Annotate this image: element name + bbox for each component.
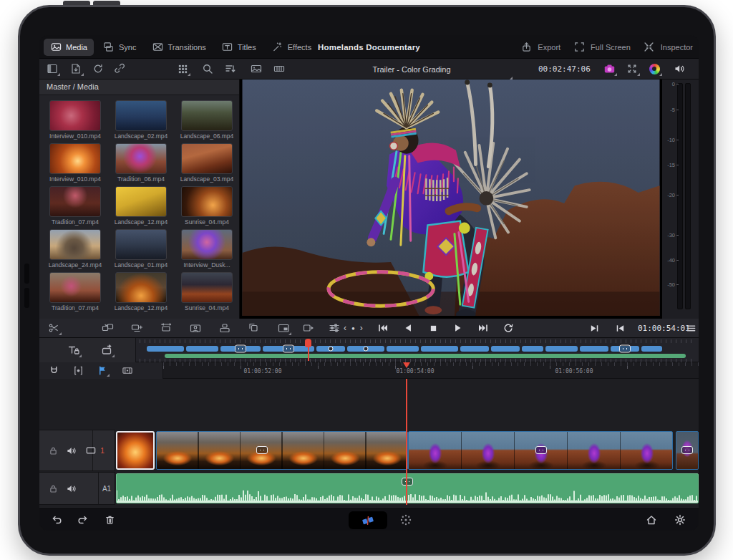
stop-button[interactable] <box>426 321 440 335</box>
camera-cut-icon[interactable] <box>602 62 616 76</box>
media-clip-thumbnail[interactable] <box>115 229 167 260</box>
tab-effects[interactable]: Effects <box>266 39 318 56</box>
ripple-overwrite-icon[interactable] <box>159 321 173 335</box>
media-clip-thumbnail[interactable] <box>181 272 233 303</box>
redo-button[interactable] <box>76 513 90 527</box>
tools-icon[interactable] <box>327 321 341 335</box>
overview-clip-segment[interactable] <box>641 346 662 352</box>
color-wheel-icon[interactable] <box>647 62 661 76</box>
overview-clip-segment[interactable] <box>316 346 345 352</box>
viewer[interactable] <box>240 79 662 319</box>
marker-tool-icon[interactable] <box>72 365 84 377</box>
loop-button[interactable] <box>501 321 515 335</box>
overview-clip-segment[interactable] <box>147 346 184 352</box>
go-to-start-button[interactable] <box>376 321 390 335</box>
video-track-header[interactable]: 1 <box>39 430 115 471</box>
media-clip-thumbnail[interactable] <box>181 143 233 174</box>
overview-clip-segment[interactable] <box>611 346 639 352</box>
overview-clip-segment[interactable] <box>347 346 384 352</box>
overview-playhead[interactable] <box>305 339 311 347</box>
track-audio-icon[interactable] <box>65 443 78 458</box>
place-on-top-icon[interactable] <box>218 321 232 335</box>
media-clip[interactable]: Tradition_06.mp4 <box>111 143 171 183</box>
timeline-selector[interactable]: Trailer - Color Grading <box>311 59 512 79</box>
clip-color-tool-icon[interactable] <box>121 365 133 377</box>
inspector-button[interactable]: Inspector <box>642 40 693 54</box>
overview-clip-segment[interactable] <box>460 346 489 352</box>
tab-transitions[interactable]: Transitions <box>145 39 212 56</box>
overview-clip-segment[interactable] <box>522 346 543 352</box>
media-clip[interactable]: Interview_010.mp4 <box>45 100 105 140</box>
play-button[interactable] <box>451 321 465 335</box>
append-clip-icon[interactable] <box>130 321 144 335</box>
track-monitor-icon[interactable] <box>84 443 97 458</box>
playhead-marker[interactable] <box>403 362 410 368</box>
media-clip-thumbnail[interactable] <box>115 100 167 131</box>
color-page-tab[interactable] <box>399 513 413 527</box>
media-clip-thumbnail[interactable] <box>115 186 167 217</box>
next-edit-button[interactable] <box>587 321 601 335</box>
full-screen-button[interactable]: Full Screen <box>572 40 631 54</box>
audio-monitor-icon[interactable] <box>672 62 686 76</box>
play-around-icon[interactable] <box>301 321 316 335</box>
media-pool-breadcrumb[interactable]: Master / Media <box>39 79 239 95</box>
filmstrip-view-icon[interactable] <box>272 62 286 76</box>
grid-view-button[interactable] <box>175 62 190 76</box>
media-clip-thumbnail[interactable] <box>115 143 167 174</box>
media-clip[interactable]: Tradition_07.mp4 <box>45 186 105 226</box>
media-clip-thumbnail[interactable] <box>49 229 101 260</box>
media-clip-thumbnail[interactable] <box>181 100 233 131</box>
go-to-end-button[interactable] <box>476 321 490 335</box>
split-clip-icon[interactable] <box>47 321 61 335</box>
overview-clip-segment[interactable] <box>545 346 578 352</box>
jog-left-icon[interactable]: ‹ <box>344 323 346 333</box>
media-clip-thumbnail[interactable] <box>49 100 101 131</box>
overview-clip-segment[interactable] <box>186 346 218 352</box>
media-clip[interactable]: Landscape_06.mp4 <box>177 100 237 140</box>
media-clip-thumbnail[interactable] <box>181 186 233 217</box>
timeline-clip-sunset[interactable] <box>156 431 408 470</box>
overview-clip-segment[interactable] <box>491 346 520 352</box>
import-media-button[interactable] <box>69 62 83 76</box>
bin-panel-button[interactable] <box>45 62 59 76</box>
overview-clip-segment[interactable] <box>580 346 608 352</box>
jog-dot-icon[interactable]: ● <box>351 325 355 332</box>
media-clip-thumbnail[interactable] <box>49 143 101 174</box>
previous-edit-button[interactable] <box>613 321 627 335</box>
jog-control[interactable]: ‹●› <box>344 321 363 335</box>
resync-button[interactable] <box>91 62 105 76</box>
track-lock-icon[interactable] <box>47 481 59 496</box>
home-button[interactable] <box>644 513 659 527</box>
snapping-magnet-icon[interactable] <box>48 365 60 377</box>
media-clip[interactable]: Tradition_07.mp4 <box>45 272 105 312</box>
retime-tool-icon[interactable] <box>99 343 114 357</box>
thumbnail-view-icon[interactable] <box>249 62 263 76</box>
timeline-overview-video[interactable] <box>147 346 662 352</box>
media-clip[interactable]: Interview_Dusk... <box>177 229 237 269</box>
close-up-icon[interactable] <box>188 321 203 335</box>
timeline-overview-audio[interactable] <box>165 354 686 358</box>
export-button[interactable]: Export <box>519 40 560 54</box>
jog-right-icon[interactable]: › <box>360 323 363 333</box>
timeline-playhead[interactable] <box>406 379 407 505</box>
media-clip[interactable]: Landscape_02.mp4 <box>111 100 171 140</box>
transform-icon[interactable] <box>625 62 639 76</box>
undo-button[interactable] <box>49 513 64 527</box>
tab-sync[interactable]: Sync <box>97 39 142 56</box>
flag-tool-icon[interactable] <box>97 365 109 377</box>
sort-button[interactable] <box>223 62 238 76</box>
media-clip[interactable]: Landscape_24.mp4 <box>45 229 105 269</box>
media-clip[interactable]: Landscape_01.mp4 <box>111 229 171 269</box>
tab-media[interactable]: Media <box>44 39 94 56</box>
media-clip[interactable]: Sunrise_04.mp4 <box>177 272 237 312</box>
audio-track-header[interactable]: A1 <box>39 472 115 505</box>
timeline-clip-selected[interactable] <box>116 431 155 470</box>
media-clip[interactable]: Interview_010.mp4 <box>45 143 105 183</box>
settings-gear-icon[interactable] <box>673 513 687 527</box>
overview-clip-segment[interactable] <box>220 346 261 352</box>
title-lock-tool-icon[interactable] <box>67 343 81 357</box>
search-icon[interactable] <box>200 62 215 76</box>
timeline-audio-clip[interactable] <box>116 473 699 503</box>
delete-button[interactable] <box>102 513 117 527</box>
media-clip-thumbnail[interactable] <box>115 272 167 303</box>
